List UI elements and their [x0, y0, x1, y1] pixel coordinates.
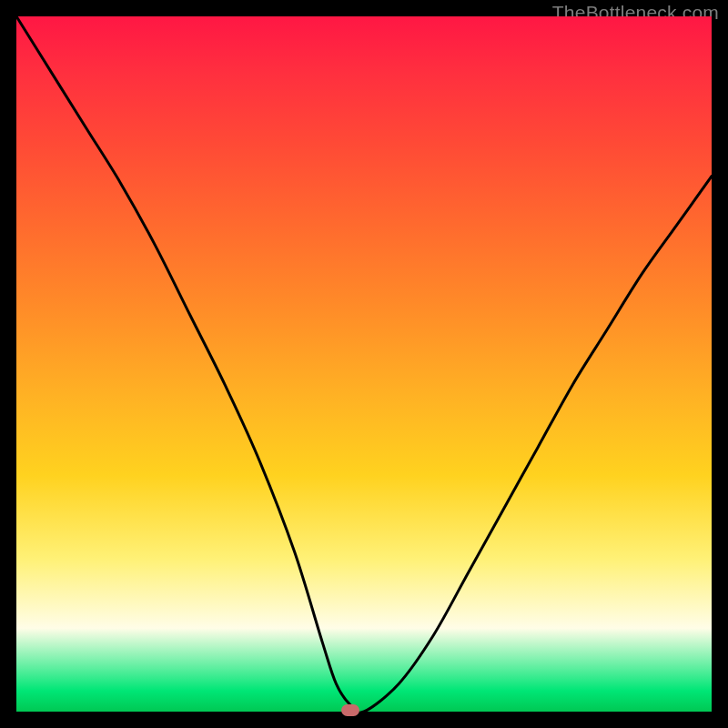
optimal-point-marker: [341, 704, 359, 716]
plot-area: [16, 16, 712, 712]
chart-frame: TheBottleneck.com: [0, 0, 728, 728]
bottleneck-curve: [16, 16, 712, 712]
